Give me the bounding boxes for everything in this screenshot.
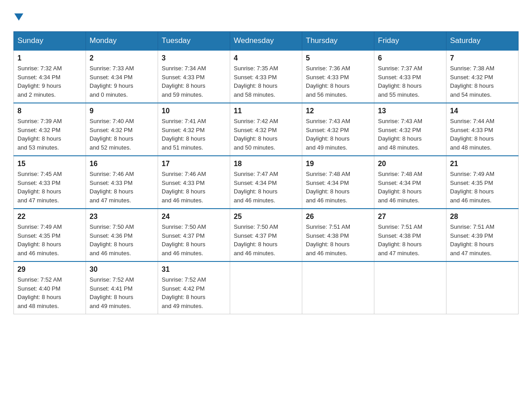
calendar-cell: 20Sunrise: 7:48 AMSunset: 4:34 PMDayligh… <box>374 156 446 209</box>
day-number: 16 <box>90 160 154 168</box>
day-number: 30 <box>90 265 154 274</box>
day-number: 2 <box>90 54 154 62</box>
calendar-cell: 1Sunrise: 7:32 AMSunset: 4:34 PMDaylight… <box>14 50 86 103</box>
calendar-cell <box>230 261 302 314</box>
calendar-cell: 7Sunrise: 7:38 AMSunset: 4:32 PMDaylight… <box>446 50 519 103</box>
day-number: 19 <box>306 160 370 168</box>
calendar-cell <box>302 261 374 314</box>
day-info: Sunrise: 7:47 AMSunset: 4:34 PMDaylight:… <box>234 170 298 205</box>
calendar-cell: 24Sunrise: 7:50 AMSunset: 4:37 PMDayligh… <box>158 209 230 261</box>
day-number: 7 <box>450 54 515 62</box>
week-row-2: 8Sunrise: 7:39 AMSunset: 4:32 PMDaylight… <box>14 103 519 156</box>
column-header-tuesday: Tuesday <box>158 32 230 51</box>
calendar-cell: 5Sunrise: 7:36 AMSunset: 4:33 PMDaylight… <box>302 50 374 103</box>
day-number: 11 <box>234 107 298 115</box>
calendar-cell: 25Sunrise: 7:50 AMSunset: 4:37 PMDayligh… <box>230 209 302 261</box>
day-number: 12 <box>306 107 370 115</box>
day-info: Sunrise: 7:48 AMSunset: 4:34 PMDaylight:… <box>306 170 370 205</box>
calendar-cell: 30Sunrise: 7:52 AMSunset: 4:41 PMDayligh… <box>86 261 158 314</box>
week-row-4: 22Sunrise: 7:49 AMSunset: 4:35 PMDayligh… <box>14 209 519 261</box>
day-info: Sunrise: 7:46 AMSunset: 4:33 PMDaylight:… <box>162 170 226 205</box>
calendar-cell: 3Sunrise: 7:34 AMSunset: 4:33 PMDaylight… <box>158 50 230 103</box>
calendar-cell: 21Sunrise: 7:49 AMSunset: 4:35 PMDayligh… <box>446 156 519 209</box>
day-number: 23 <box>90 213 154 221</box>
day-info: Sunrise: 7:52 AMSunset: 4:41 PMDaylight:… <box>90 275 154 310</box>
calendar-cell: 10Sunrise: 7:41 AMSunset: 4:32 PMDayligh… <box>158 103 230 156</box>
day-info: Sunrise: 7:51 AMSunset: 4:38 PMDaylight:… <box>306 223 370 257</box>
day-info: Sunrise: 7:43 AMSunset: 4:32 PMDaylight:… <box>306 117 370 152</box>
calendar-cell: 27Sunrise: 7:51 AMSunset: 4:38 PMDayligh… <box>374 209 446 261</box>
calendar-cell: 9Sunrise: 7:40 AMSunset: 4:32 PMDaylight… <box>86 103 158 156</box>
column-header-monday: Monday <box>86 32 158 51</box>
day-number: 27 <box>378 213 442 221</box>
day-info: Sunrise: 7:41 AMSunset: 4:32 PMDaylight:… <box>162 117 226 152</box>
day-info: Sunrise: 7:50 AMSunset: 4:36 PMDaylight:… <box>90 223 154 257</box>
logo-triangle-icon <box>14 13 23 21</box>
calendar-cell: 6Sunrise: 7:37 AMSunset: 4:33 PMDaylight… <box>374 50 446 103</box>
day-number: 15 <box>17 160 82 168</box>
calendar-cell <box>374 261 446 314</box>
day-number: 29 <box>17 265 82 274</box>
day-info: Sunrise: 7:50 AMSunset: 4:37 PMDaylight:… <box>162 223 226 257</box>
day-info: Sunrise: 7:39 AMSunset: 4:32 PMDaylight:… <box>17 117 82 152</box>
day-info: Sunrise: 7:52 AMSunset: 4:42 PMDaylight:… <box>162 275 226 310</box>
week-row-5: 29Sunrise: 7:52 AMSunset: 4:40 PMDayligh… <box>14 261 519 314</box>
day-number: 3 <box>162 54 226 62</box>
day-number: 20 <box>378 160 442 168</box>
calendar-cell: 23Sunrise: 7:50 AMSunset: 4:36 PMDayligh… <box>86 209 158 261</box>
calendar-cell: 26Sunrise: 7:51 AMSunset: 4:38 PMDayligh… <box>302 209 374 261</box>
calendar-cell: 31Sunrise: 7:52 AMSunset: 4:42 PMDayligh… <box>158 261 230 314</box>
calendar-cell: 18Sunrise: 7:47 AMSunset: 4:34 PMDayligh… <box>230 156 302 209</box>
day-info: Sunrise: 7:44 AMSunset: 4:33 PMDaylight:… <box>450 117 515 152</box>
day-info: Sunrise: 7:38 AMSunset: 4:32 PMDaylight:… <box>450 64 515 99</box>
day-info: Sunrise: 7:50 AMSunset: 4:37 PMDaylight:… <box>234 223 298 257</box>
column-header-saturday: Saturday <box>446 32 519 51</box>
day-number: 26 <box>306 213 370 221</box>
day-number: 24 <box>162 213 226 221</box>
day-info: Sunrise: 7:51 AMSunset: 4:38 PMDaylight:… <box>378 223 442 257</box>
calendar-cell: 19Sunrise: 7:48 AMSunset: 4:34 PMDayligh… <box>302 156 374 209</box>
calendar-cell: 4Sunrise: 7:35 AMSunset: 4:33 PMDaylight… <box>230 50 302 103</box>
logo <box>13 13 23 22</box>
day-info: Sunrise: 7:40 AMSunset: 4:32 PMDaylight:… <box>90 117 154 152</box>
day-info: Sunrise: 7:49 AMSunset: 4:35 PMDaylight:… <box>450 170 515 205</box>
week-row-1: 1Sunrise: 7:32 AMSunset: 4:34 PMDaylight… <box>14 50 519 103</box>
calendar-cell: 14Sunrise: 7:44 AMSunset: 4:33 PMDayligh… <box>446 103 519 156</box>
day-info: Sunrise: 7:35 AMSunset: 4:33 PMDaylight:… <box>234 64 298 99</box>
day-info: Sunrise: 7:32 AMSunset: 4:34 PMDaylight:… <box>17 64 82 99</box>
day-number: 9 <box>90 107 154 115</box>
day-info: Sunrise: 7:37 AMSunset: 4:33 PMDaylight:… <box>378 64 442 99</box>
day-number: 6 <box>378 54 442 62</box>
day-number: 21 <box>450 160 515 168</box>
calendar-table: SundayMondayTuesdayWednesdayThursdayFrid… <box>13 31 519 314</box>
calendar-cell: 12Sunrise: 7:43 AMSunset: 4:32 PMDayligh… <box>302 103 374 156</box>
calendar-header-row: SundayMondayTuesdayWednesdayThursdayFrid… <box>14 32 519 51</box>
day-number: 14 <box>450 107 515 115</box>
calendar-cell: 16Sunrise: 7:46 AMSunset: 4:33 PMDayligh… <box>86 156 158 209</box>
day-number: 25 <box>234 213 298 221</box>
calendar-cell: 17Sunrise: 7:46 AMSunset: 4:33 PMDayligh… <box>158 156 230 209</box>
calendar-cell: 15Sunrise: 7:45 AMSunset: 4:33 PMDayligh… <box>14 156 86 209</box>
column-header-thursday: Thursday <box>302 32 374 51</box>
calendar-cell: 8Sunrise: 7:39 AMSunset: 4:32 PMDaylight… <box>14 103 86 156</box>
calendar-cell: 28Sunrise: 7:51 AMSunset: 4:39 PMDayligh… <box>446 209 519 261</box>
day-info: Sunrise: 7:42 AMSunset: 4:32 PMDaylight:… <box>234 117 298 152</box>
day-info: Sunrise: 7:33 AMSunset: 4:34 PMDaylight:… <box>90 64 154 99</box>
day-info: Sunrise: 7:51 AMSunset: 4:39 PMDaylight:… <box>450 223 515 257</box>
day-number: 4 <box>234 54 298 62</box>
day-number: 18 <box>234 160 298 168</box>
calendar-cell: 2Sunrise: 7:33 AMSunset: 4:34 PMDaylight… <box>86 50 158 103</box>
day-info: Sunrise: 7:49 AMSunset: 4:35 PMDaylight:… <box>17 223 82 257</box>
day-number: 28 <box>450 213 515 221</box>
week-row-3: 15Sunrise: 7:45 AMSunset: 4:33 PMDayligh… <box>14 156 519 209</box>
day-info: Sunrise: 7:48 AMSunset: 4:34 PMDaylight:… <box>378 170 442 205</box>
day-info: Sunrise: 7:36 AMSunset: 4:33 PMDaylight:… <box>306 64 370 99</box>
day-number: 8 <box>17 107 82 115</box>
day-number: 10 <box>162 107 226 115</box>
page-header <box>9 9 523 22</box>
day-number: 17 <box>162 160 226 168</box>
day-info: Sunrise: 7:52 AMSunset: 4:40 PMDaylight:… <box>17 275 82 310</box>
day-number: 31 <box>162 265 226 274</box>
column-header-friday: Friday <box>374 32 446 51</box>
column-header-wednesday: Wednesday <box>230 32 302 51</box>
